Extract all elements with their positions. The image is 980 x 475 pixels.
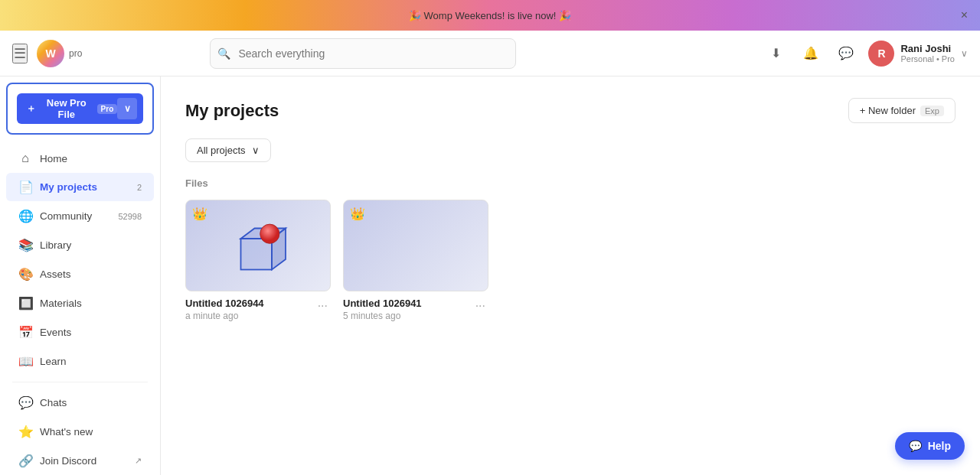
- help-icon: 💬: [909, 440, 922, 452]
- sidebar-item-label: Join Discord: [40, 455, 127, 467]
- download-button[interactable]: ⬇: [763, 41, 789, 67]
- help-label: Help: [928, 440, 951, 452]
- search-input[interactable]: [210, 38, 516, 69]
- file-time: 5 minutes ago: [343, 311, 472, 321]
- app-header: ☰ W pro 🔍 ⬇ 🔔 💬 R Rani Joshi Personal • …: [0, 31, 980, 76]
- file-info: Untitled 1026944 a minute ago ···: [185, 298, 331, 321]
- main-layout: ＋ New Pro File Pro ∨ ⌂ Home 📄 My project…: [0, 76, 980, 475]
- sidebar-item-label: Materials: [40, 298, 142, 309]
- filter-bar: All projects ∨: [185, 138, 956, 162]
- main-header: My projects + New folder Exp: [185, 98, 956, 123]
- file-time: a minute ago: [185, 311, 315, 321]
- new-folder-button[interactable]: + New folder Exp: [848, 98, 956, 123]
- help-button[interactable]: 💬 Help: [895, 432, 965, 460]
- sidebar-item-label: Library: [40, 239, 142, 251]
- discord-icon: 🔗: [18, 454, 32, 468]
- pro-label: Pro: [97, 104, 118, 114]
- user-info: Rani Joshi Personal • Pro: [900, 43, 955, 63]
- community-badge: 52998: [118, 212, 142, 221]
- projects-badge: 2: [137, 183, 142, 192]
- sidebar-item-events[interactable]: 📅 Events: [6, 318, 154, 346]
- notifications-button[interactable]: 🔔: [798, 41, 824, 67]
- sidebar-item-learn[interactable]: 📖 Learn: [6, 347, 154, 376]
- menu-icon[interactable]: ☰: [12, 44, 28, 63]
- projects-icon: 📄: [18, 180, 32, 194]
- sidebar-item-community[interactable]: 🌐 Community 52998: [6, 202, 154, 230]
- sidebar-item-label: What's new: [40, 426, 142, 438]
- sidebar-item-assets[interactable]: 🎨 Assets: [6, 260, 154, 288]
- user-name: Rani Joshi: [900, 43, 955, 54]
- sidebar: ＋ New Pro File Pro ∨ ⌂ Home 📄 My project…: [0, 76, 161, 475]
- sidebar-item-materials[interactable]: 🔲 Materials: [6, 289, 154, 317]
- pro-badge: pro: [69, 48, 82, 59]
- header-actions: ⬇ 🔔 💬 R Rani Joshi Personal • Pro ∨: [763, 41, 968, 67]
- logo-circle: W: [37, 40, 64, 67]
- sidebar-item-label: Chats: [40, 397, 142, 408]
- chats-icon: 💬: [18, 395, 32, 410]
- sidebar-item-chats[interactable]: 💬 Chats: [6, 389, 154, 417]
- main-content: My projects + New folder Exp All project…: [161, 76, 980, 475]
- sidebar-item-label: Community: [40, 210, 110, 222]
- learn-icon: 📖: [18, 354, 32, 369]
- file-card[interactable]: 👑 Untitled 1026941 5 minutes ago ···: [343, 200, 488, 321]
- announcement-banner: 🎉 Womp Weekends! is live now! 🎉 ×: [0, 0, 980, 31]
- materials-icon: 🔲: [18, 296, 32, 311]
- sidebar-item-label: Assets: [40, 268, 142, 280]
- community-icon: 🌐: [18, 209, 32, 223]
- library-icon: 📚: [18, 238, 32, 252]
- events-icon: 📅: [18, 325, 32, 340]
- home-icon: ⌂: [18, 151, 32, 165]
- filter-chevron-icon: ∨: [252, 145, 260, 156]
- sidebar-divider: [12, 382, 148, 382]
- sidebar-nav: ⌂ Home 📄 My projects 2 🌐 Community 52998…: [0, 141, 160, 475]
- sidebar-item-library[interactable]: 📚 Library: [6, 231, 154, 259]
- user-menu[interactable]: R Rani Joshi Personal • Pro ∨: [868, 41, 968, 67]
- external-link-icon: ↗: [135, 456, 142, 466]
- new-file-dropdown-icon[interactable]: ∨: [117, 98, 137, 119]
- new-folder-label: + New folder: [860, 105, 916, 116]
- file-card[interactable]: 👑: [185, 200, 331, 321]
- file-name: Untitled 1026944: [185, 298, 315, 309]
- filter-label: All projects: [197, 145, 246, 156]
- sidebar-item-label: Events: [40, 327, 142, 338]
- search-icon: 🔍: [217, 47, 230, 60]
- file-info: Untitled 1026941 5 minutes ago ···: [343, 298, 488, 321]
- user-menu-chevron: ∨: [961, 48, 968, 59]
- file-menu-button[interactable]: ···: [472, 298, 488, 314]
- whats-new-icon: ⭐: [18, 425, 32, 439]
- banner-text: 🎉 Womp Weekends! is live now! 🎉: [409, 10, 571, 21]
- exp-badge: Exp: [920, 106, 944, 116]
- file-name: Untitled 1026941: [343, 298, 472, 309]
- files-grid: 👑: [185, 200, 956, 321]
- user-plan: Personal • Pro: [900, 54, 955, 63]
- file-thumbnail: 👑: [343, 200, 488, 291]
- new-pro-file-button[interactable]: ＋ New Pro File Pro ∨: [17, 93, 143, 124]
- sidebar-item-join-discord[interactable]: 🔗 Join Discord ↗: [6, 447, 154, 475]
- chat-button[interactable]: 💬: [833, 41, 859, 67]
- assets-icon: 🎨: [18, 267, 32, 281]
- svg-point-3: [260, 224, 279, 243]
- logo[interactable]: W pro: [37, 40, 82, 67]
- new-pro-file-label: New Pro File: [41, 97, 93, 120]
- filter-dropdown[interactable]: All projects ∨: [185, 138, 271, 162]
- sidebar-item-label: Learn: [40, 356, 142, 367]
- crown-icon: 👑: [350, 207, 365, 221]
- files-section-title: Files: [185, 177, 956, 189]
- sidebar-item-label: My projects: [40, 181, 129, 193]
- page-title: My projects: [185, 101, 279, 121]
- file-thumbnail: 👑: [185, 200, 331, 291]
- crown-icon: 👑: [192, 207, 207, 221]
- 3d-preview: [224, 211, 292, 280]
- new-pro-file-container: ＋ New Pro File Pro ∨: [6, 83, 154, 135]
- close-banner-button[interactable]: ×: [961, 8, 968, 22]
- sidebar-item-label: Home: [40, 153, 142, 164]
- sidebar-item-whats-new[interactable]: ⭐ What's new: [6, 418, 154, 446]
- file-menu-button[interactable]: ···: [315, 298, 331, 314]
- avatar: R: [868, 41, 894, 67]
- search-bar: 🔍: [210, 38, 516, 69]
- sidebar-item-home[interactable]: ⌂ Home: [6, 145, 154, 172]
- sidebar-item-my-projects[interactable]: 📄 My projects 2: [6, 173, 154, 201]
